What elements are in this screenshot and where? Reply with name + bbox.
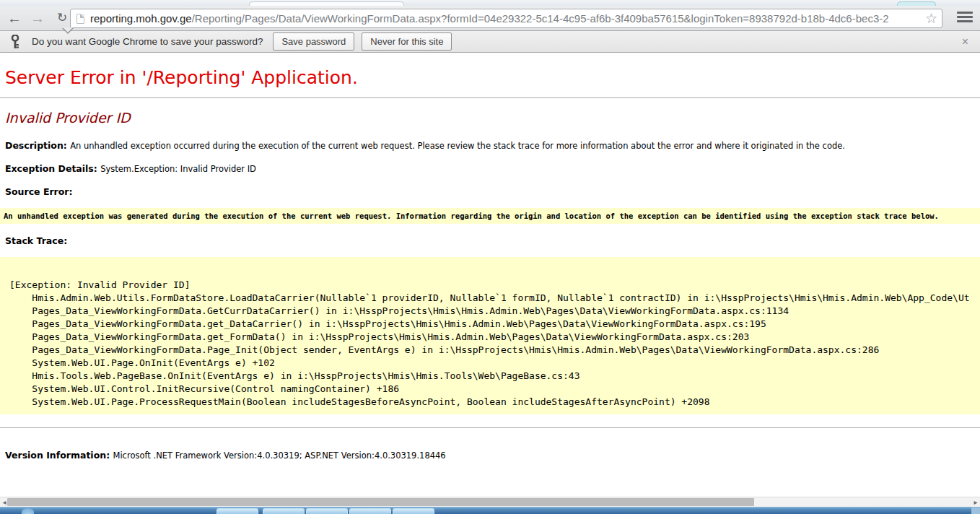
taskbar-button[interactable] — [216, 508, 258, 514]
taskbar-button[interactable] — [393, 508, 434, 514]
infobar-arrow-icon — [62, 28, 74, 34]
back-icon[interactable]: ← — [4, 8, 25, 28]
browser-toolbar: ← → ↻ reporting.moh.gov.ge/Reporting/Pag… — [0, 6, 980, 31]
windows-taskbar — [0, 507, 980, 514]
infobar-message: Do you want Google Chrome to save your p… — [32, 36, 263, 47]
divider — [0, 427, 980, 428]
close-icon[interactable]: × — [962, 35, 968, 48]
key-icon — [10, 35, 20, 49]
description-line: Description: An unhandled exception occu… — [5, 140, 980, 152]
source-error-text: An unhandled exception was generated dur… — [4, 212, 939, 220]
url-text[interactable]: reporting.moh.gov.ge/Reporting/Pages/Dat… — [90, 12, 922, 25]
browser-window: ← → ↻ reporting.moh.gov.ge/Reporting/Pag… — [0, 0, 980, 514]
taskbar-button[interactable] — [349, 508, 391, 514]
version-info-text: Microsoft .NET Framework Version:4.0.303… — [113, 450, 446, 461]
error-page: Server Error in '/Reporting' Application… — [0, 53, 980, 497]
url-path: /Reporting/Pages/Data/ViewWorkingFormDat… — [192, 12, 889, 25]
horizontal-scrollbar[interactable]: ◂ ▸ — [0, 497, 980, 507]
taskbar-button[interactable] — [306, 508, 348, 514]
stack-trace-pre: [Exception: Invalid Provider ID] Hmis.Ad… — [0, 257, 980, 414]
start-button[interactable] — [22, 508, 34, 514]
divider — [0, 97, 980, 98]
stack-trace-label: Stack Trace: — [5, 235, 980, 247]
password-infobar: Do you want Google Chrome to save your p… — [0, 31, 980, 53]
reload-icon[interactable]: ↻ — [52, 8, 72, 28]
source-error-box: An unhandled exception was generated dur… — [0, 208, 980, 224]
page-title: Server Error in '/Reporting' Application… — [5, 67, 980, 89]
page-icon — [76, 14, 84, 24]
url-host: reporting.moh.gov.ge — [90, 12, 192, 25]
tab-strip — [0, 0, 980, 6]
description-text: An unhandled exception occurred during t… — [70, 141, 845, 151]
description-label: Description: — [5, 140, 70, 151]
never-for-site-button[interactable]: Never for this site — [362, 32, 452, 51]
exception-details-text: System.Exception: Invalid Provider ID — [100, 164, 256, 174]
error-subtitle: Invalid Provider ID — [5, 110, 980, 126]
address-bar[interactable]: reporting.moh.gov.ge/Reporting/Pages/Dat… — [70, 9, 942, 28]
scrollbar-thumb[interactable] — [7, 498, 754, 506]
save-password-button[interactable]: Save password — [273, 32, 354, 51]
taskbar-button[interactable] — [263, 508, 305, 514]
scroll-right-arrow-icon[interactable]: ▸ — [971, 497, 980, 507]
forward-icon[interactable]: → — [27, 8, 48, 28]
source-error-label: Source Error: — [5, 186, 980, 198]
exception-details-line: Exception Details: System.Exception: Inv… — [5, 163, 980, 175]
version-info-line: Version Information: Microsoft .NET Fram… — [5, 450, 980, 461]
menu-icon[interactable] — [957, 12, 973, 25]
version-info-label: Version Information: — [5, 450, 113, 461]
exception-details-label: Exception Details: — [5, 163, 100, 174]
bookmark-star-icon[interactable]: ☆ — [925, 10, 937, 27]
system-tray — [971, 508, 980, 514]
